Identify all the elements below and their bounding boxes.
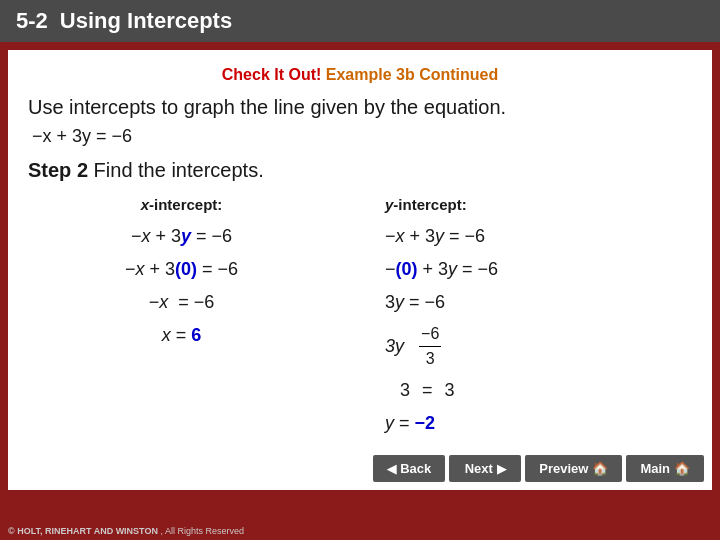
main-equation: −x + 3y = −6 bbox=[32, 126, 692, 147]
step-text: Find the intercepts. bbox=[94, 159, 264, 181]
next-button[interactable]: Next ▶ bbox=[449, 455, 521, 482]
check-it-out-line: Check It Out! Example 3b Continued bbox=[28, 66, 692, 84]
x-intercept-header: x-intercept: bbox=[141, 196, 223, 213]
main-button[interactable]: Main 🏠 bbox=[626, 455, 704, 482]
preview-label: Preview bbox=[539, 461, 588, 476]
preview-icon: 🏠 bbox=[592, 461, 608, 476]
copyright-text: © HOLT, RINEHART AND WINSTON , All Right… bbox=[8, 526, 244, 536]
back-arrow-icon: ◀ bbox=[387, 462, 396, 476]
bottom-navigation: ◀ Back Next ▶ Preview 🏠 Main 🏠 bbox=[373, 455, 704, 482]
next-arrow-icon: ▶ bbox=[497, 462, 506, 476]
main-label: Main bbox=[640, 461, 670, 476]
preview-button[interactable]: Preview 🏠 bbox=[525, 455, 622, 482]
x-eq-line3: −x = −6 bbox=[149, 289, 215, 316]
main-icon: 🏠 bbox=[674, 461, 690, 476]
back-button[interactable]: ◀ Back bbox=[373, 455, 445, 482]
section-number: 5-2 bbox=[16, 8, 48, 34]
y-eq-line6: y = −2 bbox=[385, 410, 435, 437]
step-label: Step 2 bbox=[28, 159, 88, 181]
intercepts-columns: x-intercept: −x + 3y = −6 −x + 3(0) = −6… bbox=[28, 196, 692, 443]
instruction-text: Use intercepts to graph the line given b… bbox=[28, 94, 692, 120]
page-header: 5-2 Using Intercepts bbox=[0, 0, 720, 42]
x-eq-line2: −x + 3(0) = −6 bbox=[125, 256, 238, 283]
x-eq-line1: −x + 3y = −6 bbox=[131, 223, 232, 250]
y-intercept-header: y-intercept: bbox=[385, 196, 467, 213]
content-area: Check It Out! Example 3b Continued Use i… bbox=[8, 50, 712, 490]
y-eq-line5: 3 = 3 bbox=[385, 377, 455, 404]
next-label: Next bbox=[465, 461, 493, 476]
check-label: Check It Out! bbox=[222, 66, 322, 83]
x-eq-line4: x = 6 bbox=[162, 322, 202, 349]
y-intercept-column: y-intercept: −x + 3y = −6 −(0) + 3y = −6… bbox=[355, 196, 692, 443]
example-label: Example 3b Continued bbox=[326, 66, 498, 83]
copyright-company: © HOLT, RINEHART AND WINSTON bbox=[8, 526, 158, 536]
copyright-rights: , All Rights Reserved bbox=[160, 526, 244, 536]
y-intercept-header-text: -intercept: bbox=[393, 196, 466, 213]
x-intercept-column: x-intercept: −x + 3y = −6 −x + 3(0) = −6… bbox=[28, 196, 335, 443]
y-eq-line2: −(0) + 3y = −6 bbox=[385, 256, 498, 283]
back-label: Back bbox=[400, 461, 431, 476]
y-eq-line4: 3y −6 3 bbox=[385, 322, 443, 371]
section-title: Using Intercepts bbox=[60, 8, 232, 34]
y-eq-line3: 3y = −6 bbox=[385, 289, 445, 316]
x-intercept-header-text: -intercept: bbox=[149, 196, 222, 213]
step-heading: Step 2 Find the intercepts. bbox=[28, 159, 692, 182]
y-eq-line1: −x + 3y = −6 bbox=[385, 223, 485, 250]
